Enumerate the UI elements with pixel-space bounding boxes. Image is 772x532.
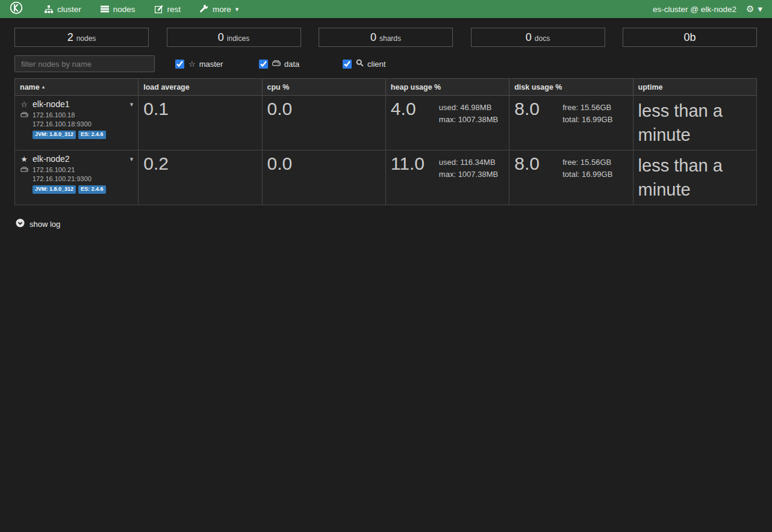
- stat-label: shards: [379, 32, 401, 43]
- stat-indices: 0 indices: [167, 28, 301, 47]
- jvm-version-badge: JVM: 1.8.0_312: [33, 131, 76, 139]
- filter-row: ☆ master data: [14, 55, 758, 72]
- column-header-heap[interactable]: heap usage %: [385, 79, 509, 96]
- node-dropdown-caret-icon[interactable]: ▾: [130, 155, 134, 163]
- sort-asc-icon: ▴: [42, 84, 45, 90]
- node-transport-address: 172.16.100.18:9300: [33, 120, 133, 128]
- uptime-cell: less than a minute: [633, 150, 756, 205]
- name-cell: ☆ elk-node1 ▾ 172.16.100.18: [15, 96, 139, 150]
- disk-free: free: 15.56GB: [562, 156, 612, 169]
- heap-max: max: 1007.38MB: [439, 114, 498, 126]
- stat-label: docs: [535, 32, 550, 43]
- stat-nodes: 2 nodes: [14, 28, 149, 47]
- node-dropdown-caret-icon[interactable]: ▾: [130, 101, 134, 108]
- cluster-name-label: es-cluster @ elk-node2: [653, 5, 736, 14]
- node-name: elk-node2: [33, 154, 70, 164]
- stat-label: indices: [227, 32, 249, 43]
- stat-value: 0: [526, 31, 532, 44]
- stat-value: 2: [67, 31, 73, 44]
- filter-nodes-input[interactable]: [14, 55, 155, 72]
- es-version-badge: ES: 2.4.6: [78, 185, 106, 194]
- checkbox-label: data: [284, 60, 299, 69]
- load-average-cell: 0.2: [139, 150, 262, 205]
- node-ip: 172.16.100.18: [33, 111, 75, 119]
- stat-value: 0: [370, 31, 376, 44]
- data-checkbox[interactable]: [259, 60, 268, 69]
- node-row: ☆ elk-node1 ▾ 172.16.100.18: [15, 96, 757, 150]
- hdd-icon: [272, 60, 281, 69]
- star-icon: ☆: [188, 60, 196, 69]
- kopf-logo[interactable]: [10, 1, 23, 17]
- column-header-name[interactable]: name▴: [15, 79, 139, 96]
- name-cell: ★ elk-node2 ▾ 172.16.100.21: [15, 150, 139, 205]
- nav-item-label: more: [213, 5, 231, 14]
- nav-item-nodes[interactable]: nodes: [92, 0, 144, 18]
- circle-arrow-down-icon: [16, 218, 25, 229]
- load-average-cell: 0.1: [139, 96, 262, 150]
- show-log-label: show log: [30, 220, 60, 229]
- cpu-cell: 0.0: [262, 96, 385, 150]
- settings-dropdown[interactable]: ⚙ ▾: [746, 4, 762, 14]
- sitemap-icon: [45, 5, 53, 13]
- search-icon: [356, 59, 364, 69]
- master-checkbox[interactable]: [175, 60, 184, 69]
- disk-total: total: 16.99GB: [562, 169, 612, 181]
- node-transport-address: 172.16.100.21:9300: [33, 175, 133, 182]
- nav-item-more[interactable]: more ▾: [191, 0, 247, 18]
- client-checkbox[interactable]: [343, 60, 352, 69]
- star-icon: ★: [20, 155, 28, 164]
- stat-value: 0b: [683, 31, 696, 44]
- show-log-toggle[interactable]: show log: [16, 218, 758, 229]
- heap-usage-cell: 4.0 used: 46.98MB max: 1007.38MB: [385, 96, 509, 150]
- heap-used: used: 116.34MB: [439, 156, 498, 169]
- disk-usage-cell: 8.0 free: 15.56GB total: 16.99GB: [509, 150, 633, 205]
- column-header-disk[interactable]: disk usage %: [509, 79, 633, 96]
- heap-percent: 11.0: [391, 153, 439, 181]
- heap-max: max: 1007.38MB: [439, 169, 498, 181]
- stat-label: nodes: [76, 32, 96, 43]
- filter-data: data: [259, 60, 322, 69]
- disk-usage-cell: 8.0 free: 15.56GB total: 16.99GB: [509, 96, 633, 150]
- cluster-stats: 2 nodes 0 indices 0 shards 0 docs 0b: [14, 28, 757, 47]
- nav-item-rest[interactable]: rest: [146, 0, 190, 18]
- star-icon: ☆: [20, 100, 28, 109]
- column-header-cpu[interactable]: cpu %: [262, 79, 385, 96]
- disk-percent: 8.0: [514, 153, 562, 181]
- nav-item-label: rest: [167, 5, 181, 14]
- disk-percent: 8.0: [514, 99, 562, 126]
- column-header-uptime[interactable]: uptime: [633, 79, 756, 96]
- stat-shards: 0 shards: [319, 28, 453, 47]
- uptime-cell: less than a minute: [633, 96, 756, 150]
- filter-master: ☆ master: [175, 60, 238, 69]
- node-ip: 172.16.100.21: [33, 166, 75, 173]
- column-header-load[interactable]: load average: [139, 79, 262, 96]
- chevron-down-icon: ▾: [758, 5, 762, 14]
- heap-percent: 4.0: [391, 99, 439, 126]
- pencil-square-icon: [155, 5, 163, 13]
- heap-used: used: 46.98MB: [439, 102, 498, 114]
- stat-size: 0b: [623, 28, 757, 47]
- tasks-icon: [101, 5, 109, 13]
- disk-total: total: 16.99GB: [562, 114, 612, 126]
- nav-item-label: nodes: [113, 5, 135, 14]
- hdd-icon: [20, 112, 28, 118]
- cpu-cell: 0.0: [262, 150, 385, 205]
- stat-docs: 0 docs: [471, 28, 605, 47]
- checkbox-label: client: [367, 60, 385, 69]
- nav-item-cluster[interactable]: cluster: [36, 0, 90, 18]
- checkbox-label: master: [199, 60, 223, 69]
- heap-usage-cell: 11.0 used: 116.34MB max: 1007.38MB: [385, 150, 509, 205]
- hdd-icon: [20, 167, 28, 173]
- kopf-logo-icon: [10, 1, 23, 17]
- filter-client: client: [343, 59, 406, 69]
- node-row: ★ elk-node2 ▾ 172.16.100.21: [15, 150, 757, 205]
- node-name: elk-node1: [33, 99, 70, 109]
- wrench-icon: [200, 5, 208, 13]
- navbar: cluster nodes rest: [0, 0, 772, 18]
- jvm-version-badge: JVM: 1.8.0_312: [33, 185, 76, 194]
- gear-icon: ⚙: [746, 4, 754, 14]
- chevron-down-icon: ▾: [235, 6, 239, 13]
- stat-value: 0: [218, 31, 224, 44]
- nav-item-label: cluster: [57, 5, 81, 14]
- nodes-table: name▴ load average cpu % heap usage % di…: [14, 78, 757, 205]
